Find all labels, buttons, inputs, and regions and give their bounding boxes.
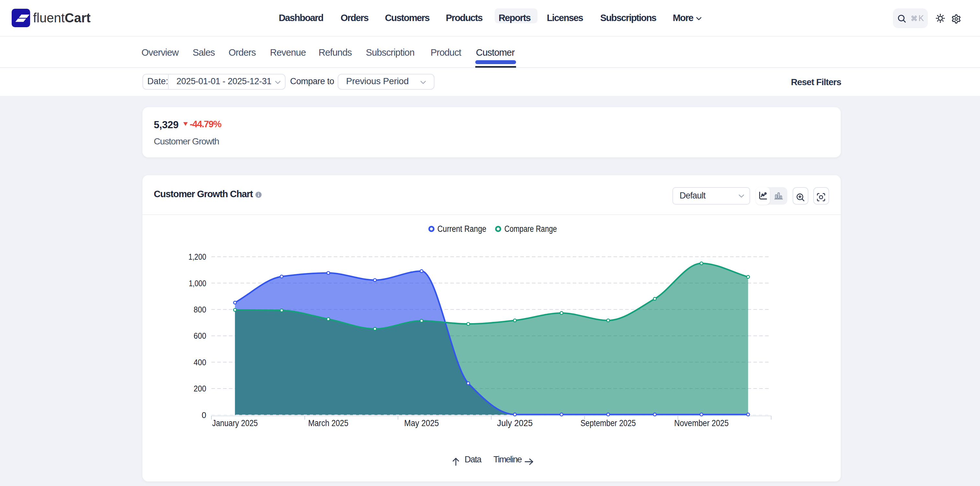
svg-text:200: 200 xyxy=(194,384,206,394)
svg-text:600: 600 xyxy=(194,331,206,341)
svg-text:January 2025: January 2025 xyxy=(212,418,258,428)
svg-text:0: 0 xyxy=(202,410,206,420)
svg-text:Current Range: Current Range xyxy=(438,224,486,234)
svg-text:March 2025: March 2025 xyxy=(308,418,348,428)
svg-text:September 2025: September 2025 xyxy=(581,418,636,428)
svg-text:Compare Range: Compare Range xyxy=(504,224,557,234)
svg-text:1,000: 1,000 xyxy=(189,279,206,288)
svg-text:May 2025: May 2025 xyxy=(404,418,439,428)
svg-text:1,200: 1,200 xyxy=(188,252,206,261)
svg-text:800: 800 xyxy=(194,305,206,314)
svg-text:400: 400 xyxy=(194,357,206,367)
svg-text:November 2025: November 2025 xyxy=(675,418,729,428)
svg-text:July 2025: July 2025 xyxy=(497,418,533,428)
